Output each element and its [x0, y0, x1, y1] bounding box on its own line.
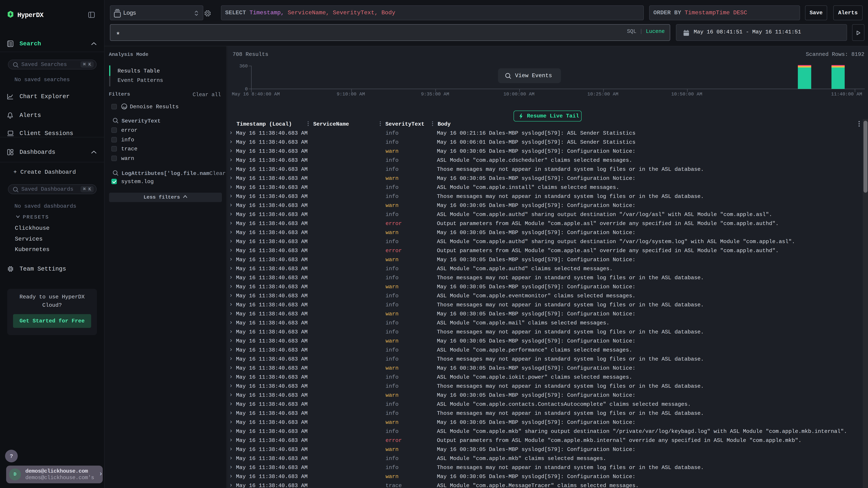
- svg-text:360: 360: [239, 63, 248, 69]
- svg-text:0: 0: [245, 87, 248, 92]
